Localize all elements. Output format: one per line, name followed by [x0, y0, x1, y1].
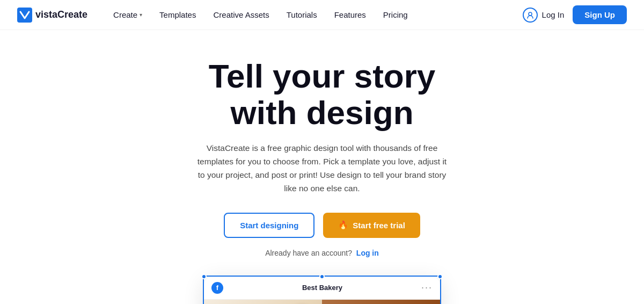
svg-rect-0 [17, 8, 32, 23]
nav-links: Create ▾ Templates Creative Assets Tutor… [113, 10, 523, 19]
login-link[interactable]: Log in [356, 249, 379, 257]
more-options-icon: ··· [421, 282, 433, 293]
right-image: 🏛 🕐 Fri, 8:00 AM [322, 300, 440, 304]
main-preview-card: f Best Bakery ··· 🏛 The pasti... ★ ★ ★ ★… [204, 277, 440, 304]
start-free-trial-button[interactable]: 🔥 Start free trial [323, 213, 420, 238]
chevron-down-icon: ▾ [140, 12, 142, 18]
left-image: 🏛 The pasti... ★ ★ ★ ★ ★ BAKERY 👍 🕐 Mon,… [204, 300, 322, 304]
preview-wrapper: f Best Bakery ··· 🏛 The pasti... ★ ★ ★ ★… [204, 277, 440, 304]
nav-right: Log In Sign Up [523, 5, 627, 24]
nav-creative-assets[interactable]: Creative Assets [213, 10, 269, 19]
logo-text: vistaCreate [35, 9, 87, 20]
preview-images: 🏛 The pasti... ★ ★ ★ ★ ★ BAKERY 👍 🕐 Mon,… [204, 300, 440, 304]
hero-subtitle: VistaCreate is a free graphic design too… [193, 142, 451, 195]
fb-header: f Best Bakery ··· [204, 277, 440, 300]
selection-handle-top-right [437, 274, 443, 279]
fb-page-name: Best Bakery [228, 284, 417, 292]
user-icon [523, 8, 538, 23]
nav-pricing[interactable]: Pricing [383, 10, 408, 19]
navbar: vistaCreate Create ▾ Templates Creative … [0, 0, 644, 30]
nav-tutorials[interactable]: Tutorials [287, 10, 317, 19]
logo[interactable]: vistaCreate [17, 8, 87, 23]
signup-button[interactable]: Sign Up [573, 5, 627, 24]
nav-features[interactable]: Features [334, 10, 366, 19]
selection-handle-top-left [201, 274, 207, 279]
facebook-icon: f [211, 282, 223, 294]
login-button[interactable]: Log In [523, 8, 565, 23]
nav-create[interactable]: Create ▾ [113, 10, 142, 19]
hero-buttons: Start designing 🔥 Start free trial [224, 213, 420, 238]
hero-title: Tell your story with design [209, 58, 436, 131]
hero-section: Tell your story with design VistaCreate … [0, 30, 644, 304]
start-designing-button[interactable]: Start designing [224, 213, 314, 238]
already-have-account: Already have an account? Log in [265, 249, 379, 257]
svg-point-1 [529, 12, 532, 16]
pastry-visual: 🏛 [204, 300, 322, 304]
nav-templates[interactable]: Templates [159, 10, 196, 19]
fire-icon: 🔥 [338, 220, 348, 230]
